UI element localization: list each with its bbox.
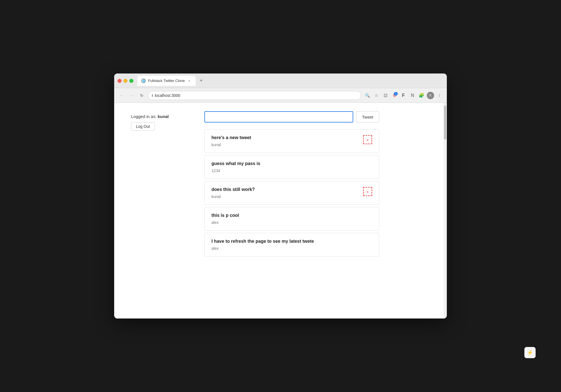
new-tab-button[interactable]: + (197, 77, 205, 85)
extension-icon-4[interactable]: N (408, 92, 416, 99)
tab-title: Fullstack Twitter Clone (148, 79, 185, 83)
tweet-body: does this still work? kunal (211, 187, 363, 199)
page-content: Logged in as: kunal Log Out Tweet (114, 103, 447, 318)
profile-avatar[interactable]: K (427, 92, 434, 99)
tab-globe-icon: 🌐 (141, 79, 146, 83)
toolbar-icons: 🔍 ☆ ⊡ ⊛ 4 F N 🧩 K ⋮ (363, 92, 443, 99)
url-secure-icon: ℹ (152, 93, 153, 97)
tweet-body: I have to refresh the page to see my lat… (211, 239, 372, 251)
delete-button[interactable]: x (363, 187, 372, 196)
tweet-card: does this still work? kunal x (204, 181, 379, 205)
tweet-author: 1234 (211, 168, 372, 173)
extension-icon-2[interactable]: ⊛ 4 (390, 92, 398, 99)
refresh-button[interactable]: ↻ (138, 92, 146, 99)
tweet-text: this is p cool (211, 213, 372, 218)
tweet-body: this is p cool alex (211, 213, 372, 225)
search-icon[interactable]: 🔍 (363, 92, 371, 99)
tweet-author: kunal (211, 142, 363, 147)
tweet-body: guess what my pass is 1234 (211, 161, 372, 173)
tweet-text: does this still work? (211, 187, 363, 192)
tab-close-button[interactable]: × (187, 79, 192, 83)
url-bar[interactable]: ℹ localhost:3000 (148, 91, 361, 100)
delete-button[interactable]: x (363, 135, 372, 144)
logged-in-label: Logged in as: (131, 114, 156, 119)
tweet-card: here's a new tweet kunal x (204, 129, 379, 153)
extensions-icon[interactable]: 🧩 (418, 92, 425, 99)
maximize-button[interactable] (129, 79, 133, 83)
traffic-lights (118, 79, 133, 83)
tweets-list: here's a new tweet kunal x guess what my… (204, 129, 379, 259)
sidebar: Logged in as: kunal Log Out (131, 111, 193, 259)
tweet-input[interactable] (204, 111, 353, 122)
extension-icon-1[interactable]: ⊡ (381, 92, 389, 99)
scrollbar-thumb[interactable] (444, 106, 446, 139)
title-bar: 🌐 Fullstack Twitter Clone × + (114, 74, 447, 88)
tweet-body: here's a new tweet kunal (211, 135, 363, 147)
back-button[interactable]: ← (118, 92, 125, 99)
scrollbar[interactable] (443, 103, 447, 318)
notification-badge: 4 (394, 92, 398, 95)
main-feed: Tweet here's a new tweet kunal x (204, 111, 379, 259)
logout-button[interactable]: Log Out (131, 122, 155, 131)
content-layout: Logged in as: kunal Log Out Tweet (114, 111, 447, 259)
url-text: localhost:3000 (155, 93, 180, 98)
forward-button[interactable]: → (128, 92, 136, 99)
tweet-author: alex (211, 220, 372, 225)
address-bar: ← → ↻ ℹ localhost:3000 🔍 ☆ ⊡ ⊛ 4 F N 🧩 (114, 88, 447, 103)
tweet-text: guess what my pass is (211, 161, 372, 166)
tweet-text: here's a new tweet (211, 135, 363, 140)
bookmark-icon[interactable]: ☆ (372, 92, 380, 99)
more-options-icon[interactable]: ⋮ (436, 92, 443, 99)
tweet-card: this is p cool alex (204, 207, 379, 231)
logged-in-username: kunal (158, 114, 169, 119)
tweet-text: I have to refresh the page to see my lat… (211, 239, 372, 244)
logged-in-text: Logged in as: kunal (131, 114, 193, 119)
browser-window: 🌐 Fullstack Twitter Clone × + ← → ↻ ℹ lo… (114, 74, 447, 318)
minimize-button[interactable] (123, 79, 127, 83)
avatar-image: K (427, 92, 434, 99)
tweet-author: kunal (211, 194, 363, 199)
tab-bar: 🌐 Fullstack Twitter Clone × + (137, 76, 443, 86)
tweet-form: Tweet (204, 111, 379, 122)
tweet-author: alex (211, 246, 372, 251)
active-tab[interactable]: 🌐 Fullstack Twitter Clone × (137, 76, 196, 86)
tweet-card: guess what my pass is 1234 (204, 155, 379, 179)
tweet-card: I have to refresh the page to see my lat… (204, 233, 379, 257)
tweet-button[interactable]: Tweet (356, 111, 379, 122)
close-button[interactable] (118, 79, 122, 83)
extension-icon-3[interactable]: F (399, 92, 407, 99)
